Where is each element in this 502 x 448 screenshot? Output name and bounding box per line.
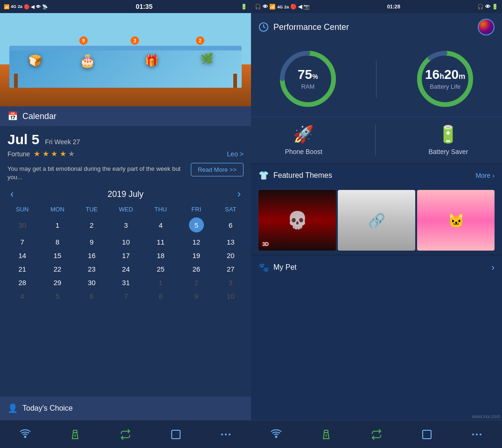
calendar-day-cell[interactable]: 8 [39,235,76,249]
wifi-nav-icon[interactable] [20,429,31,440]
calendar-day-cell[interactable]: 25 [145,262,177,276]
calendar-day-cell[interactable]: 6 [216,215,245,235]
theme-thumb-2[interactable]: 🔗 [338,190,415,251]
more-nav-icon[interactable] [220,433,231,436]
carrier-icon: 🔴 [24,4,29,9]
calendar-day-cell[interactable]: 1 [39,215,76,235]
day-header-fri: FRI [177,204,216,215]
calendar-day-cell[interactable]: 10 [107,235,144,249]
signal-icon: 📶 [4,4,9,9]
day-header-sat: SAT [216,204,245,215]
flashlight-nav-icon[interactable] [70,429,81,440]
theme-thumb-3[interactable]: 🐱 [417,190,495,251]
calendar-day-cell[interactable]: 29 [39,276,76,289]
calendar-day-cell[interactable]: 21 [6,262,39,276]
calendar-day-cell[interactable]: 18 [145,249,177,262]
notification-badge-1: 9 [79,36,88,45]
read-more-button[interactable]: Read More >> [191,163,244,176]
square-nav-icon[interactable] [170,429,181,440]
svg-point-19 [476,434,478,435]
transfer-nav-icon-r[interactable] [371,429,382,440]
calendar-day-cell[interactable]: 23 [76,262,108,276]
wifi-nav-icon-r[interactable] [271,429,282,440]
calendar-day-cell[interactable]: 7 [107,289,144,303]
right-panel: 🎧 👁 📶 4G 2a 🔴 ◀ 📷 01:28 🎧👁🔋 Performance … [251,0,502,448]
transfer-nav-icon[interactable] [120,429,131,440]
calendar-icon: 📅 [7,111,18,121]
calendar-day-cell[interactable]: 24 [107,262,144,276]
ram-label: RAM [301,83,314,90]
calendar-day-cell[interactable]: 5 [39,289,76,303]
calendar-day-cell[interactable]: 30 [76,276,108,289]
calendar-day-cell[interactable]: 15 [39,249,76,262]
performance-title: Performance Center [273,22,349,32]
calendar-day-cell[interactable]: 10 [216,289,245,303]
prev-month-button[interactable]: ‹ [6,188,18,200]
my-pet-section[interactable]: 🐾 My Pet › [251,256,502,278]
calendar-day-cell[interactable]: 4 [145,215,177,235]
fortune-row: Fortune ★ ★ ★ ★ ★ Leo > [7,149,244,158]
performance-avatar[interactable] [478,19,495,35]
calendar-day-cell[interactable]: 17 [107,249,144,262]
watermark: www.xxx.com [472,414,500,419]
square-nav-icon-r[interactable] [421,429,432,440]
leo-link[interactable]: Leo > [227,150,244,158]
calendar-day-cell[interactable]: 3 [107,215,144,235]
g4-r: 4G [277,5,283,9]
calendar-day-cell[interactable]: 19 [177,249,216,262]
table-legs [14,74,237,88]
todays-choice[interactable]: 👤 Today's Choice [0,397,251,420]
calendar-day-cell[interactable]: 27 [216,262,245,276]
battery-saver-label: Battery Saver [428,148,468,155]
calendar-day-cell[interactable]: 28 [6,276,39,289]
calendar-day-cell[interactable]: 9 [76,235,108,249]
calendar-day-cell[interactable]: 8 [145,289,177,303]
calendar-day-cell[interactable]: 2 [76,215,108,235]
calendar-day-cell[interactable]: 12 [177,235,216,249]
calendar-day-cell[interactable]: 20 [216,249,245,262]
calendar-day-cell[interactable]: 14 [6,249,39,262]
calendar-day-cell[interactable]: 13 [216,235,245,249]
todays-choice-icon: 👤 [7,403,18,413]
calendar-title: Calendar [22,112,56,121]
more-chevron: › [492,172,495,179]
calendar-day-cell[interactable]: 31 [107,276,144,289]
battery-label: Battery Life [430,83,460,90]
calendar-day-cell[interactable]: 1 [145,276,177,289]
sim-r: 2a [284,5,289,9]
featured-themes-header: 👕 Featured Themes More › [251,165,502,186]
theme-thumb-1[interactable]: 💀 3D [258,190,336,251]
calendar-day-cell[interactable]: 2 [177,276,216,289]
more-nav-icon-r[interactable] [471,433,482,436]
next-month-button[interactable]: › [233,188,245,200]
battery-gauge-container: 16h20m Battery Life [415,49,475,109]
featured-themes-title: Featured Themes [273,171,332,180]
calendar-day-cell[interactable]: 16 [76,249,108,262]
fortune-stars: ★ ★ ★ ★ ★ [34,149,75,158]
calendar-day-cell[interactable]: 3 [216,276,245,289]
my-pet-arrow: › [491,262,495,273]
more-themes-button[interactable]: More › [475,172,495,179]
svg-rect-17 [423,430,431,439]
calendar-day-cell[interactable]: 11 [145,235,177,249]
calendar-header-row: SUN MON TUE WED THU FRI SAT [6,204,245,215]
notification-badge-3: 2 [196,36,204,45]
calendar-day-cell[interactable]: 7 [6,235,39,249]
game-banner[interactable]: 🍞 🎂 🎁 🌿 9 3 2 [0,13,251,106]
svg-rect-3 [172,430,180,439]
calendar-day-cell[interactable]: 30 [6,215,39,235]
calendar-day-cell[interactable]: 5 [177,215,216,235]
calendar-day-cell[interactable]: 9 [177,289,216,303]
phone-boost-button[interactable]: 🚀 Phone Boost [285,125,322,155]
eye-icon: 👁 [36,4,41,9]
flashlight-nav-icon-r[interactable] [321,429,332,440]
calendar-day-cell[interactable]: 26 [177,262,216,276]
status-bar-right: 🎧 👁 📶 4G 2a 🔴 ◀ 📷 01:28 🎧👁🔋 [251,0,502,13]
calendar-day-cell[interactable]: 22 [39,262,76,276]
calendar-day-cell[interactable]: 4 [6,289,39,303]
battery-saver-button[interactable]: 🔋 Battery Saver [428,125,468,155]
calendar-day-cell[interactable]: 6 [76,289,108,303]
sim-icon: 2a [18,4,22,9]
svg-point-20 [480,434,481,435]
battery-gauge: 16h20m Battery Life [415,49,475,109]
